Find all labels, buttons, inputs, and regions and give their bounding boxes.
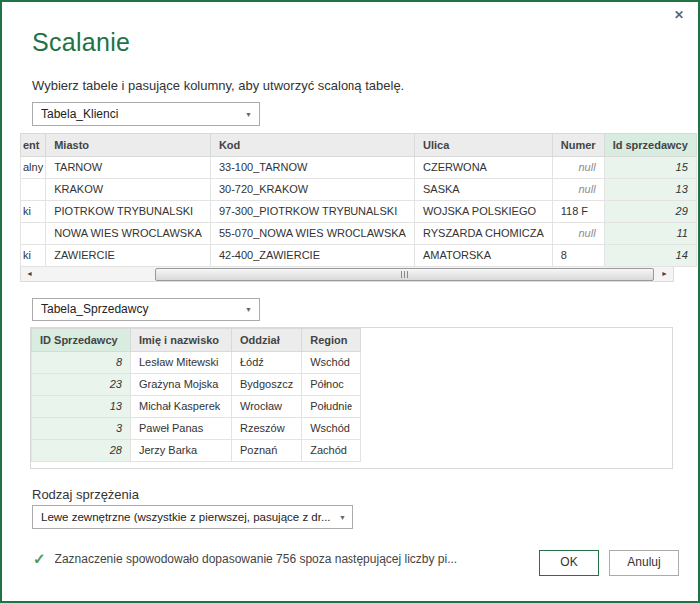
join-kind-select-value: Lewe zewnętrzne (wszystkie z pierwszej, …: [41, 511, 331, 523]
column-header[interactable]: Oddział: [232, 329, 302, 352]
cell[interactable]: 11: [604, 223, 696, 245]
column-header[interactable]: Ulica: [414, 134, 552, 157]
check-icon: ✓: [33, 550, 46, 568]
cell[interactable]: 8: [32, 352, 131, 374]
cell[interactable]: ki: [21, 245, 46, 267]
cell[interactable]: Wrocław: [232, 396, 302, 418]
scrollbar-grip-icon: [404, 271, 405, 278]
cancel-button[interactable]: Anuluj: [609, 550, 679, 576]
cell[interactable]: Bydgoszcz: [232, 374, 302, 396]
cell[interactable]: 30-720_KRAKOW: [210, 179, 414, 201]
dialog-title: Scalanie: [32, 28, 130, 57]
cell[interactable]: Grażyna Mojska: [131, 374, 232, 396]
table-row: KRAKOW30-720_KRAKOWSASKAnull13: [21, 179, 697, 201]
cell[interactable]: SASKA: [414, 179, 552, 201]
second-table-select-value: Tabela_Sprzedawcy: [41, 302, 148, 316]
cell[interactable]: 28: [32, 440, 131, 462]
table-row: alnyTARNOW33-100_TARNOWCZERWONAnull15: [21, 157, 697, 179]
scrollbar-thumb[interactable]: [155, 268, 654, 281]
table-row: 23Grażyna MojskaBydgoszczPółnoc: [32, 374, 361, 396]
join-kind-select[interactable]: Lewe zewnętrzne (wszystkie z pierwszej, …: [32, 505, 353, 529]
scroll-right-icon[interactable]: ►: [657, 267, 672, 281]
cell[interactable]: Południe: [302, 396, 361, 418]
cell[interactable]: 15: [604, 157, 696, 179]
cell[interactable]: null: [552, 157, 604, 179]
scrollbar-grip-icon: [407, 271, 408, 278]
table-row: 13Michał KasperekWrocławPołudnie: [32, 396, 361, 418]
cell[interactable]: Rzeszów: [232, 418, 302, 440]
scrollbar-grip-icon: [401, 271, 402, 278]
column-header[interactable]: Kod: [210, 134, 414, 157]
table-row: NOWA WIES WROCLAWSKA55-070_NOWA WIES WRO…: [21, 223, 697, 245]
cell[interactable]: NOWA WIES WROCLAWSKA: [46, 223, 211, 245]
cell[interactable]: 3: [32, 418, 131, 440]
close-icon[interactable]: ✕: [674, 8, 684, 22]
table-row: kiZAWIERCIE42-400_ZAWIERCIEAMATORSKA814: [21, 245, 697, 267]
cell[interactable]: 8: [552, 245, 604, 267]
cell[interactable]: Wschód: [302, 418, 361, 440]
cell[interactable]: 55-070_NOWA WIES WROCLAWSKA: [210, 223, 414, 245]
cell[interactable]: [21, 223, 46, 245]
table-row: 3Paweł PanasRzeszówWschód: [32, 418, 361, 440]
cell[interactable]: alny: [21, 157, 46, 179]
column-header[interactable]: Miasto: [46, 134, 211, 157]
second-table-select[interactable]: Tabela_Sprzedawcy ▼: [32, 298, 260, 321]
cell[interactable]: Łódź: [232, 352, 302, 374]
column-header[interactable]: Numer: [552, 134, 604, 157]
cell[interactable]: Poznań: [232, 440, 302, 462]
cell[interactable]: Wschód: [302, 352, 361, 374]
cell[interactable]: null: [552, 179, 604, 201]
cell[interactable]: CZERWONA: [414, 157, 552, 179]
chevron-down-icon: ▼: [339, 507, 346, 529]
cell[interactable]: WOJSKA POLSKIEGO: [414, 201, 552, 223]
cell[interactable]: Jerzy Barka: [131, 440, 232, 462]
ok-button[interactable]: OK: [539, 550, 599, 576]
second-table-preview: ID SprzedawcyImię i nazwiskoOddziałRegio…: [30, 327, 673, 469]
cell[interactable]: 97-300_PIOTRKOW TRYBUNALSKI: [210, 201, 414, 223]
cell[interactable]: 14: [604, 245, 696, 267]
cell[interactable]: 33-100_TARNOW: [210, 157, 414, 179]
cell[interactable]: KRAKOW: [46, 179, 211, 201]
table-row: kiPIOTRKOW TRYBUNALSKI97-300_PIOTRKOW TR…: [21, 201, 697, 223]
table-row: 8Lesław MitewskiŁódźWschód: [32, 352, 361, 374]
cell[interactable]: Zachód: [302, 440, 361, 462]
chevron-down-icon: ▼: [245, 300, 252, 321]
first-table-grid: entMiastoKodUlicaNumerId sprzedawcyalnyT…: [20, 133, 675, 267]
cell[interactable]: 118 F: [552, 201, 604, 223]
cell[interactable]: 29: [604, 201, 696, 223]
cell[interactable]: null: [552, 223, 604, 245]
cell[interactable]: AMATORSKA: [414, 245, 552, 267]
status-message: Zaznaczenie spowodowało dopasowanie 756 …: [55, 552, 458, 566]
cell[interactable]: 42-400_ZAWIERCIE: [210, 245, 414, 267]
join-kind-label: Rodzaj sprzężenia: [32, 487, 139, 502]
cell[interactable]: Michał Kasperek: [131, 396, 232, 418]
cell[interactable]: RYSZARDA CHOMICZA: [414, 223, 552, 245]
column-header[interactable]: Id sprzedawcy: [604, 134, 696, 157]
second-table-grid: ID SprzedawcyImię i nazwiskoOddziałRegio…: [31, 328, 672, 462]
status-row: ✓ Zaznaczenie spowodowało dopasowanie 75…: [33, 550, 502, 568]
scroll-left-icon[interactable]: ◄: [22, 267, 37, 281]
header-row: ID SprzedawcyImię i nazwiskoOddziałRegio…: [32, 329, 361, 352]
first-table-select[interactable]: Tabela_Klienci ▼: [32, 102, 260, 126]
cell[interactable]: 23: [32, 374, 131, 396]
cell[interactable]: 13: [604, 179, 696, 201]
header-row: entMiastoKodUlicaNumerId sprzedawcy: [21, 134, 697, 157]
horizontal-scrollbar[interactable]: ◄ ►: [20, 267, 674, 282]
cell[interactable]: ZAWIERCIE: [46, 245, 211, 267]
dialog-subtitle: Wybierz tabele i pasujące kolumny, aby u…: [32, 78, 404, 93]
column-header[interactable]: ent: [21, 134, 46, 157]
table-row: 28Jerzy BarkaPoznańZachód: [32, 440, 361, 462]
cell[interactable]: Lesław Mitewski: [131, 352, 232, 374]
first-table-select-value: Tabela_Klienci: [41, 107, 118, 121]
cell[interactable]: 13: [32, 396, 131, 418]
cell[interactable]: Paweł Panas: [131, 418, 232, 440]
column-header[interactable]: Imię i nazwisko: [131, 329, 232, 352]
column-header[interactable]: Region: [302, 329, 361, 352]
cell[interactable]: TARNOW: [46, 157, 211, 179]
cell[interactable]: PIOTRKOW TRYBUNALSKI: [46, 201, 211, 223]
cell[interactable]: ki: [21, 201, 46, 223]
chevron-down-icon: ▼: [245, 104, 252, 126]
column-header[interactable]: ID Sprzedawcy: [32, 329, 131, 352]
cell[interactable]: Północ: [302, 374, 361, 396]
cell[interactable]: [21, 179, 46, 201]
